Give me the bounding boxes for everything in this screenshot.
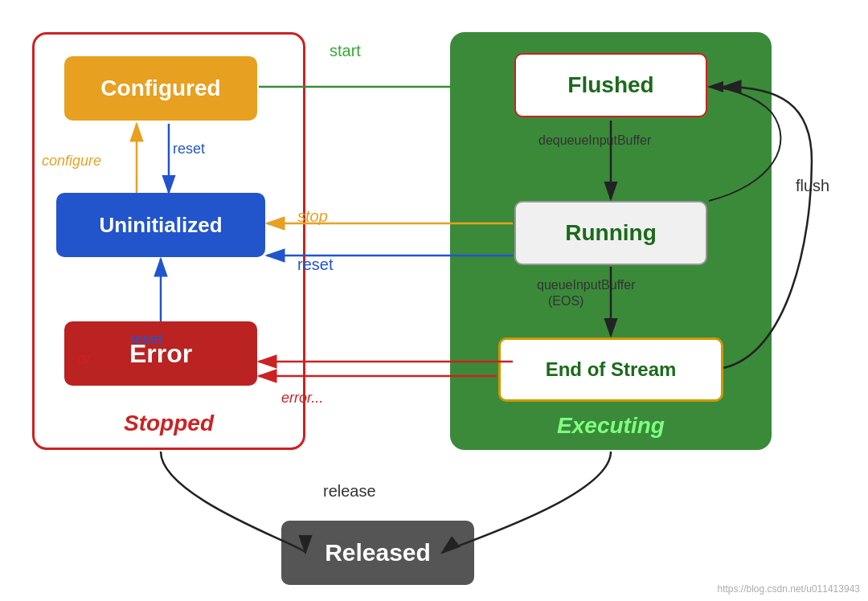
flush-label: flush [796, 177, 829, 195]
watermark: https://blog.csdn.net/u011413943 [718, 583, 860, 595]
queue-label: queueInputBuffer [537, 278, 635, 292]
flushed-state: Flushed [514, 53, 707, 117]
diagram-container: Stopped Executing Configured Uninitializ… [0, 0, 868, 601]
end-of-stream-state: End of Stream [498, 337, 723, 402]
reset1-label: reset [173, 141, 205, 157]
start-label: start [330, 42, 361, 60]
configure-label: configure [42, 153, 101, 170]
eos-label: (EOS) [548, 294, 583, 309]
reset3-label: reset [130, 331, 162, 348]
dequeue-label: dequeueInputBuffer [538, 133, 651, 148]
stop-label: stop [297, 207, 328, 226]
configured-state: Configured [64, 56, 257, 121]
running-state: Running [514, 201, 707, 265]
or-label: or [77, 350, 92, 368]
release-label: release [323, 482, 376, 501]
released-state: Released [281, 521, 474, 585]
error-label: error... [281, 390, 323, 407]
reset2-label: reset [297, 256, 333, 274]
executing-label: Executing [557, 413, 665, 439]
uninitialized-state: Uninitialized [56, 193, 265, 257]
stopped-label: Stopped [124, 411, 214, 436]
